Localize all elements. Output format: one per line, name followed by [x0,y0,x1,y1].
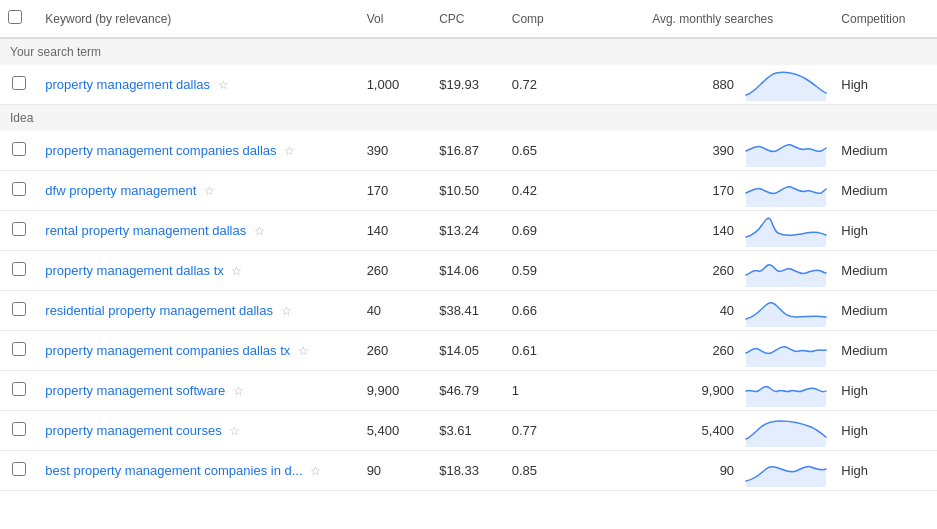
avg-cell: 5,400 [576,411,742,451]
row-checkbox-cell[interactable] [0,251,37,291]
star-icon[interactable]: ☆ [281,304,292,318]
col-header-vol: Vol [359,0,432,38]
table-row: property management companies dallas tx … [0,331,937,371]
star-icon[interactable]: ☆ [218,78,229,92]
row-checkbox[interactable] [12,142,26,156]
avg-cell: 90 [576,451,742,491]
row-checkbox-cell[interactable] [0,371,37,411]
star-icon[interactable]: ☆ [204,184,215,198]
chart-cell [742,211,833,251]
row-checkbox[interactable] [12,262,26,276]
chart-cell [742,131,833,171]
row-checkbox[interactable] [12,462,26,476]
col-header-competition: Competition [833,0,937,38]
table-row: property management dallas ☆ 1,000 $19.9… [0,65,937,105]
row-checkbox[interactable] [12,422,26,436]
keyword-cell: property management dallas ☆ [37,65,358,105]
col-header-keyword: Keyword (by relevance) [37,0,358,38]
row-checkbox-cell[interactable] [0,211,37,251]
chart-cell [742,451,833,491]
chart-cell [742,371,833,411]
select-all-header[interactable] [0,0,37,38]
row-checkbox[interactable] [12,222,26,236]
cpc-cell: $3.61 [431,411,504,451]
row-checkbox[interactable] [12,382,26,396]
chart-cell [742,251,833,291]
comp-cell: 0.77 [504,411,577,451]
row-checkbox[interactable] [12,302,26,316]
keyword-text[interactable]: property management companies dallas tx [45,343,290,358]
vol-cell: 260 [359,251,432,291]
row-checkbox-cell[interactable] [0,411,37,451]
section-header: Idea [0,105,937,132]
row-checkbox-cell[interactable] [0,331,37,371]
table-row: property management companies dallas ☆ 3… [0,131,937,171]
competition-cell: Medium [833,171,937,211]
vol-cell: 9,900 [359,371,432,411]
keyword-text[interactable]: rental property management dallas [45,223,246,238]
competition-cell: Medium [833,251,937,291]
star-icon[interactable]: ☆ [298,344,309,358]
table-row: best property management companies in d.… [0,451,937,491]
keyword-text[interactable]: property management courses [45,423,221,438]
keyword-text[interactable]: property management software [45,383,225,398]
vol-cell: 260 [359,331,432,371]
row-checkbox-cell[interactable] [0,171,37,211]
keyword-cell: best property management companies in d.… [37,451,358,491]
row-checkbox-cell[interactable] [0,65,37,105]
table-body: Your search term property management dal… [0,38,937,491]
cpc-cell: $46.79 [431,371,504,411]
competition-cell: High [833,211,937,251]
star-icon[interactable]: ☆ [229,424,240,438]
keyword-text[interactable]: property management dallas tx [45,263,223,278]
comp-cell: 0.42 [504,171,577,211]
keyword-text[interactable]: property management dallas [45,77,210,92]
keyword-cell: property management courses ☆ [37,411,358,451]
avg-cell: 40 [576,291,742,331]
star-icon[interactable]: ☆ [284,144,295,158]
avg-cell: 260 [576,331,742,371]
cpc-cell: $14.06 [431,251,504,291]
star-icon[interactable]: ☆ [231,264,242,278]
table-row: property management software ☆ 9,900 $46… [0,371,937,411]
comp-cell: 0.85 [504,451,577,491]
row-checkbox-cell[interactable] [0,291,37,331]
avg-cell: 880 [576,65,742,105]
comp-cell: 0.61 [504,331,577,371]
row-checkbox[interactable] [12,182,26,196]
cpc-cell: $38.41 [431,291,504,331]
table-row: rental property management dallas ☆ 140 … [0,211,937,251]
row-checkbox[interactable] [12,342,26,356]
row-checkbox[interactable] [12,76,26,90]
keyword-text[interactable]: best property management companies in d.… [45,463,302,478]
keyword-text[interactable]: dfw property management [45,183,196,198]
row-checkbox-cell[interactable] [0,451,37,491]
keyword-text[interactable]: property management companies dallas [45,143,276,158]
row-checkbox-cell[interactable] [0,131,37,171]
comp-cell: 0.72 [504,65,577,105]
keyword-cell: property management companies dallas ☆ [37,131,358,171]
vol-cell: 170 [359,171,432,211]
section-label: Idea [0,105,937,132]
col-header-avg: Avg. monthly searches [576,0,833,38]
keyword-cell: property management dallas tx ☆ [37,251,358,291]
cpc-cell: $19.93 [431,65,504,105]
chart-cell [742,331,833,371]
avg-cell: 390 [576,131,742,171]
star-icon[interactable]: ☆ [254,224,265,238]
section-label: Your search term [0,38,937,65]
keyword-cell: property management companies dallas tx … [37,331,358,371]
cpc-cell: $13.24 [431,211,504,251]
star-icon[interactable]: ☆ [233,384,244,398]
star-icon[interactable]: ☆ [310,464,321,478]
keyword-text[interactable]: residential property management dallas [45,303,273,318]
table-row: dfw property management ☆ 170 $10.50 0.4… [0,171,937,211]
table-row: property management dallas tx ☆ 260 $14.… [0,251,937,291]
table-row: residential property management dallas ☆… [0,291,937,331]
avg-cell: 140 [576,211,742,251]
select-all-checkbox[interactable] [8,10,22,24]
cpc-cell: $18.33 [431,451,504,491]
keyword-cell: dfw property management ☆ [37,171,358,211]
competition-cell: High [833,451,937,491]
competition-cell: High [833,371,937,411]
